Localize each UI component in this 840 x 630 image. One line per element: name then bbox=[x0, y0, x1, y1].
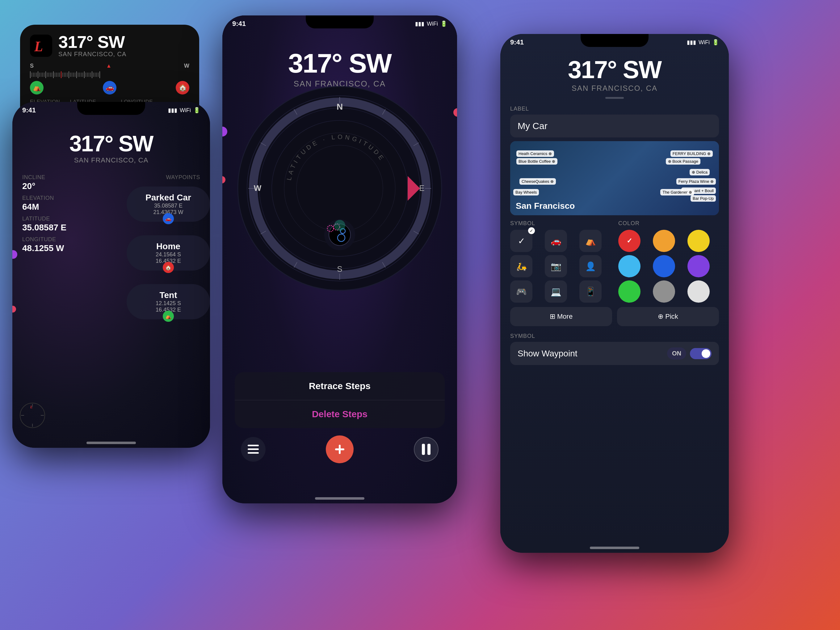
color-light-blue[interactable] bbox=[618, 255, 641, 277]
bottom-panel: Retrace Steps Delete Steps bbox=[235, 372, 445, 463]
color-gray[interactable] bbox=[653, 280, 675, 303]
pause-button[interactable] bbox=[414, 437, 439, 462]
svg-text:N: N bbox=[336, 102, 343, 112]
waypoint-icon-2: ⛺ bbox=[163, 311, 174, 322]
color-red[interactable] bbox=[618, 230, 641, 252]
bottom-toolbar bbox=[235, 436, 445, 463]
symbol-grid: ✓ 🚗 ⛺ 🛵 📷 👤 🎮 💻 📱 bbox=[510, 230, 611, 303]
signal-icon: ▮▮▮ bbox=[168, 107, 177, 114]
svg-text:L: L bbox=[30, 405, 32, 409]
color-orange[interactable] bbox=[653, 230, 675, 252]
compass-ticks bbox=[30, 70, 189, 79]
compass-arrow: ▲ bbox=[106, 63, 112, 69]
symbol-grid-col: SYMBOL ✓ 🚗 ⛺ 🛵 📷 👤 🎮 💻 📱 bbox=[510, 220, 611, 303]
center-battery-icon: 🔋 bbox=[441, 21, 447, 27]
pin-green: ⛺ bbox=[30, 81, 44, 95]
color-white[interactable] bbox=[687, 280, 710, 303]
map-label-ferry: FERRY BUILDING ⊕ bbox=[671, 150, 713, 157]
toggle-control[interactable]: ON bbox=[667, 347, 712, 360]
color-purple[interactable] bbox=[687, 255, 710, 277]
center-wifi-icon: WiFi bbox=[427, 21, 438, 27]
delete-button[interactable]: Delete Steps bbox=[235, 400, 445, 428]
sym-btn-car[interactable]: 🚗 bbox=[545, 230, 567, 252]
waypoint-coord-0a: 35.08587 E bbox=[134, 202, 202, 209]
sym-btn-tent[interactable]: ⛺ bbox=[579, 230, 602, 252]
toggle-row: Show Waypoint ON bbox=[510, 342, 719, 365]
pin-red: 🏠 bbox=[176, 81, 189, 95]
sym-btn-check[interactable]: ✓ bbox=[510, 230, 532, 252]
compass-label-w: W bbox=[184, 63, 189, 69]
waypoint-icon-1: 🏠 bbox=[163, 262, 174, 273]
svg-text:E: E bbox=[419, 183, 424, 193]
center-signal-icon: ▮▮▮ bbox=[415, 21, 424, 27]
more-pick-row: ⊞ More ⊕ Pick bbox=[510, 307, 719, 326]
waypoint-coord-1a: 24.1564 S bbox=[134, 251, 202, 258]
svg-rect-44 bbox=[422, 444, 425, 455]
svg-text:L: L bbox=[34, 39, 43, 54]
svg-text:S: S bbox=[337, 264, 342, 274]
map-label-book: ⊕ Book Passage bbox=[666, 158, 700, 164]
status-time: 9:41 bbox=[22, 106, 36, 114]
list-button[interactable] bbox=[241, 437, 265, 462]
sym-btn-phone[interactable]: 📱 bbox=[579, 280, 602, 303]
svg-rect-45 bbox=[428, 444, 431, 455]
show-waypoint-label: Show Waypoint bbox=[518, 349, 578, 358]
waypoint-name-1: Home bbox=[134, 242, 202, 251]
waypoint-tent: Tent 12.1425 S 16.4532 E ⛺ bbox=[126, 284, 210, 319]
retrace-button[interactable]: Retrace Steps bbox=[235, 372, 445, 400]
map-thumbnail: Heath Ceramics ⊕ Blue Bottle Coffee ⊕ FE… bbox=[510, 141, 719, 215]
sym-btn-gamepad[interactable]: 🎮 bbox=[510, 280, 532, 303]
waypoint-coord-2a: 12.1425 S bbox=[134, 300, 202, 307]
map-label-heath: Heath Ceramics ⊕ bbox=[516, 150, 554, 157]
sym-btn-scooter[interactable]: 🛵 bbox=[510, 255, 532, 277]
map-city-label: San Francisco bbox=[516, 201, 575, 211]
map-label-bluebottle: Blue Bottle Coffee ⊕ bbox=[516, 158, 557, 164]
sym-btn-camera[interactable]: 📷 bbox=[545, 255, 567, 277]
center-home-indicator bbox=[315, 497, 365, 500]
sym-btn-monitor[interactable]: 💻 bbox=[545, 280, 567, 303]
add-button[interactable] bbox=[326, 436, 354, 463]
center-status-bar: 9:41 ▮▮▮ WiFi 🔋 bbox=[223, 16, 457, 32]
more-button[interactable]: ⊞ More bbox=[510, 307, 612, 326]
color-green[interactable] bbox=[618, 280, 641, 303]
color-blue[interactable] bbox=[653, 255, 675, 277]
phone-right: 9:41 ▮▮▮ WiFi 🔋 317° SW SAN FRANCISCO, C… bbox=[500, 34, 729, 553]
toggle-switch[interactable] bbox=[690, 348, 712, 359]
right-signal-icon: ▮▮▮ bbox=[687, 39, 696, 46]
map-label-ferryplaza: Ferry Plaza Wine ⊕ bbox=[676, 178, 716, 185]
color-yellow[interactable] bbox=[687, 230, 710, 252]
waypoint-name-0: Parked Car bbox=[134, 193, 202, 202]
center-status-icons: ▮▮▮ WiFi 🔋 bbox=[415, 21, 447, 27]
waypoint-home: Home 24.1564 S 16.4532 E 🏠 bbox=[126, 235, 210, 270]
widget-direction: 317° SW bbox=[58, 33, 189, 51]
label-input[interactable] bbox=[510, 115, 719, 137]
action-buttons: Retrace Steps Delete Steps bbox=[235, 372, 445, 428]
color-grid bbox=[618, 230, 719, 303]
map-label-gardener: The Gardener ⊕ bbox=[660, 189, 694, 196]
wifi-icon: WiFi bbox=[180, 107, 191, 114]
color-grid-col: COLOR bbox=[618, 220, 719, 303]
waypoints-list: Parked Car 35.08587 E 21.43673 W 🚗 Home … bbox=[126, 186, 210, 319]
svg-point-38 bbox=[334, 220, 345, 231]
waypoint-parked-car: Parked Car 35.08587 E 21.43673 W 🚗 bbox=[126, 186, 210, 222]
phone-left: 9:41 ▮▮▮ WiFi 🔋 317° SW SAN FRANCISCO, C… bbox=[13, 102, 210, 448]
sym-btn-person[interactable]: 👤 bbox=[579, 255, 602, 277]
symbol-section-label: SYMBOL bbox=[510, 220, 611, 227]
phone-center: 9:41 ▮▮▮ WiFi 🔋 317° SW SAN FRANCISCO, C… bbox=[223, 16, 457, 504]
svg-point-12 bbox=[297, 145, 383, 232]
color-section-label: COLOR bbox=[618, 220, 719, 227]
right-status-time: 9:41 bbox=[510, 38, 524, 46]
phone2-direction: 317° SW bbox=[22, 131, 200, 156]
label-section-title: LABEL bbox=[510, 106, 719, 112]
drag-handle[interactable] bbox=[605, 97, 624, 99]
svg-rect-43 bbox=[335, 448, 344, 450]
toggle-state: ON bbox=[667, 347, 686, 360]
right-status-bar: 9:41 ▮▮▮ WiFi 🔋 bbox=[500, 34, 729, 51]
right-wifi-icon: WiFi bbox=[699, 39, 710, 46]
map-label-baywheels: Bay Wheels bbox=[513, 189, 539, 196]
symbol-bottom-section: SYMBOL Show Waypoint ON bbox=[510, 333, 719, 365]
right-direction: 317° SW bbox=[510, 55, 719, 84]
svg-text:W: W bbox=[254, 183, 262, 193]
pick-button[interactable]: ⊕ Pick bbox=[617, 307, 719, 326]
battery-icon: 🔋 bbox=[193, 107, 200, 114]
